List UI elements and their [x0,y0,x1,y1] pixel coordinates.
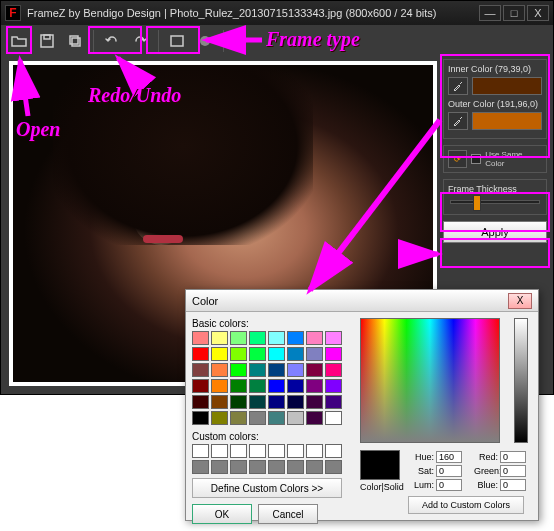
basic-color-swatch[interactable] [325,331,342,345]
custom-color-swatch[interactable] [325,460,342,474]
basic-color-swatch[interactable] [211,363,228,377]
basic-color-swatch[interactable] [325,379,342,393]
basic-color-swatch[interactable] [211,331,228,345]
basic-color-swatch[interactable] [325,395,342,409]
basic-color-swatch[interactable] [268,363,285,377]
basic-color-swatch[interactable] [306,347,323,361]
basic-color-swatch[interactable] [249,347,266,361]
custom-color-swatch[interactable] [211,460,228,474]
frame-vignette-button[interactable] [193,29,217,53]
basic-color-swatch[interactable] [306,395,323,409]
save-button[interactable] [35,29,59,53]
custom-color-swatch[interactable] [287,460,304,474]
apply-button[interactable]: Apply [443,221,547,243]
basic-color-swatch[interactable] [230,411,247,425]
custom-color-swatch[interactable] [325,444,342,458]
basic-color-swatch[interactable] [268,331,285,345]
basic-color-swatch[interactable] [192,411,209,425]
basic-color-swatch[interactable] [249,411,266,425]
custom-color-swatch[interactable] [192,444,209,458]
color-dialog-titlebar[interactable]: Color X [186,290,538,312]
define-custom-button[interactable]: Define Custom Colors >> [192,478,342,498]
custom-color-swatch[interactable] [249,444,266,458]
basic-color-swatch[interactable] [211,411,228,425]
basic-color-swatch[interactable] [211,395,228,409]
basic-color-swatch[interactable] [192,363,209,377]
custom-color-swatch[interactable] [268,460,285,474]
use-same-color-checkbox[interactable] [471,154,481,164]
sat-input[interactable]: 0 [436,465,462,477]
custom-color-swatch[interactable] [249,460,266,474]
hue-input[interactable]: 160 [436,451,462,463]
open-button[interactable] [7,29,31,53]
basic-color-swatch[interactable] [192,379,209,393]
basic-color-swatch[interactable] [192,395,209,409]
basic-color-swatch[interactable] [230,395,247,409]
custom-color-swatch[interactable] [287,444,304,458]
lum-input[interactable]: 0 [436,479,462,491]
maximize-button[interactable]: □ [503,5,525,21]
inner-color-swatch[interactable] [472,77,542,95]
basic-color-swatch[interactable] [268,379,285,393]
basic-color-swatch[interactable] [211,347,228,361]
minimize-button[interactable]: — [479,5,501,21]
color-dialog-close-button[interactable]: X [508,293,532,309]
basic-color-swatch[interactable] [230,363,247,377]
red-input[interactable]: 0 [500,451,526,463]
ok-button[interactable]: OK [192,504,252,524]
close-button[interactable]: X [527,5,549,21]
custom-color-swatch[interactable] [230,460,247,474]
cancel-button[interactable]: Cancel [258,504,318,524]
color-gradient-picker[interactable] [360,318,500,443]
copy-button[interactable] [63,29,87,53]
swap-colors-button[interactable]: ⟳ [448,150,467,168]
green-input[interactable]: 0 [500,465,526,477]
luminance-slider[interactable] [514,318,528,443]
basic-color-swatch[interactable] [192,331,209,345]
thickness-slider[interactable] [450,200,540,204]
inner-eyedropper-button[interactable] [448,77,468,95]
redo-button[interactable] [128,29,152,53]
undo-button[interactable] [100,29,124,53]
basic-color-swatch[interactable] [268,395,285,409]
basic-color-swatch[interactable] [287,363,304,377]
frame-rect-button[interactable] [165,29,189,53]
basic-color-swatch[interactable] [325,347,342,361]
basic-color-swatch[interactable] [287,379,304,393]
basic-color-swatch[interactable] [306,363,323,377]
hue-label: Hue: [410,450,434,464]
basic-color-swatch[interactable] [306,331,323,345]
basic-color-swatch[interactable] [230,379,247,393]
custom-color-swatch[interactable] [268,444,285,458]
basic-color-swatch[interactable] [306,411,323,425]
outer-color-swatch[interactable] [472,112,542,130]
custom-color-swatch[interactable] [306,460,323,474]
basic-color-swatch[interactable] [306,379,323,393]
slider-thumb[interactable] [473,195,481,211]
help-button[interactable]: ? [230,29,254,53]
titlebar[interactable]: F FrameZ by Bendigo Design | Photo_Rulez… [1,1,553,25]
custom-color-swatch[interactable] [192,460,209,474]
basic-color-swatch[interactable] [249,331,266,345]
custom-color-swatch[interactable] [230,444,247,458]
basic-color-swatch[interactable] [325,363,342,377]
outer-eyedropper-button[interactable] [448,112,468,130]
basic-color-swatch[interactable] [287,331,304,345]
basic-color-swatch[interactable] [249,395,266,409]
basic-color-swatch[interactable] [230,347,247,361]
basic-color-swatch[interactable] [249,363,266,377]
basic-color-swatch[interactable] [268,411,285,425]
custom-color-swatch[interactable] [306,444,323,458]
blue-input[interactable]: 0 [500,479,526,491]
basic-color-swatch[interactable] [192,347,209,361]
basic-color-swatch[interactable] [287,395,304,409]
basic-color-swatch[interactable] [268,347,285,361]
add-to-custom-button[interactable]: Add to Custom Colors [408,496,524,514]
custom-color-swatch[interactable] [211,444,228,458]
basic-color-swatch[interactable] [325,411,342,425]
basic-color-swatch[interactable] [287,411,304,425]
basic-color-swatch[interactable] [211,379,228,393]
basic-color-swatch[interactable] [230,331,247,345]
basic-color-swatch[interactable] [287,347,304,361]
basic-color-swatch[interactable] [249,379,266,393]
